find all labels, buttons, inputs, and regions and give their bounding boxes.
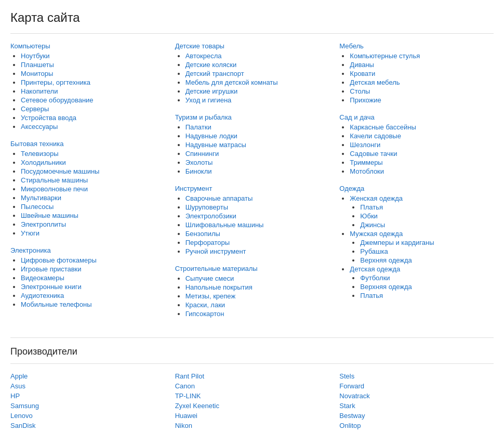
category-link[interactable]: Шезлонги bbox=[350, 141, 380, 149]
category-link[interactable]: Швейные машины bbox=[21, 212, 78, 219]
category-link[interactable]: Игровые приставки bbox=[21, 265, 82, 273]
category-link[interactable]: Утюги bbox=[21, 229, 39, 237]
category-title-link[interactable]: Туризм и рыбалка bbox=[175, 113, 232, 121]
category-link[interactable]: Детская одежда bbox=[350, 265, 400, 273]
manufacturer-link[interactable]: Rant Pilot bbox=[175, 372, 329, 380]
manufacturer-link[interactable]: Nikon bbox=[175, 422, 329, 429]
manufacturer-link[interactable]: Bestway bbox=[339, 412, 494, 420]
category-link[interactable]: Метизы, крепеж bbox=[185, 292, 235, 300]
category-link[interactable]: Принтеры, оргтехника bbox=[21, 79, 90, 86]
sub-category-link[interactable]: Платья bbox=[360, 203, 383, 211]
sub-category-link[interactable]: Джемперы и кардиганы bbox=[360, 239, 434, 246]
category-link[interactable]: Бензопилы bbox=[185, 230, 220, 238]
category-link[interactable]: Уход и гигиена bbox=[185, 96, 232, 104]
category-link[interactable]: Компьютерные стулья bbox=[350, 52, 420, 60]
manufacturer-link[interactable]: HP bbox=[10, 392, 165, 400]
category-link[interactable]: Электронные книги bbox=[21, 283, 82, 291]
category-link[interactable]: Мультиварки bbox=[21, 194, 61, 202]
category-link[interactable]: Устройства ввода bbox=[21, 114, 76, 122]
category-title-link[interactable]: Строительные материалы bbox=[175, 265, 258, 272]
manufacturer-link[interactable]: SanDisk bbox=[10, 422, 165, 429]
category-link[interactable]: Шлифовальные машины bbox=[185, 221, 264, 229]
category-link[interactable]: Телевизоры bbox=[21, 150, 59, 158]
category-link[interactable]: Эхолоты bbox=[185, 159, 213, 166]
category-link[interactable]: Диваны bbox=[350, 61, 374, 69]
category-link[interactable]: Автокресла bbox=[185, 52, 222, 60]
category-link[interactable]: Электроплиты bbox=[21, 220, 66, 228]
category-link[interactable]: Электролобзики bbox=[185, 212, 236, 220]
category-link[interactable]: Перфораторы bbox=[185, 239, 230, 246]
manufacturer-link[interactable]: Samsung bbox=[10, 402, 165, 410]
category-link[interactable]: Триммеры bbox=[350, 159, 382, 166]
category-link[interactable]: Качели садовые bbox=[350, 132, 401, 140]
category-link[interactable]: Спиннинги bbox=[185, 150, 219, 158]
category-link[interactable]: Надувные лодки bbox=[185, 132, 237, 140]
sub-category-link[interactable]: Верхняя одежда bbox=[360, 283, 412, 291]
category-link[interactable]: Гипсокартон bbox=[185, 310, 224, 318]
category-title-link[interactable]: Электроника bbox=[10, 246, 51, 254]
category-link[interactable]: Видеокамеры bbox=[21, 274, 64, 282]
category-title-link[interactable]: Одежда bbox=[339, 185, 364, 192]
category-link[interactable]: Столы bbox=[350, 87, 370, 95]
manufacturer-link[interactable]: Zyxel Keenetic bbox=[175, 402, 329, 410]
manufacturer-link[interactable]: Apple bbox=[10, 372, 165, 380]
category-title-link[interactable]: Компьютеры bbox=[10, 42, 50, 50]
manufacturer-link[interactable]: Lenovo bbox=[10, 412, 165, 420]
category-link[interactable]: Детская мебель bbox=[350, 79, 400, 86]
category-link[interactable]: Холодильники bbox=[21, 159, 66, 166]
category-title-link[interactable]: Сад и дача bbox=[339, 113, 374, 121]
sub-category-link[interactable]: Верхняя одежда bbox=[360, 256, 412, 264]
sub-category-link[interactable]: Юбки bbox=[360, 212, 378, 220]
category-link[interactable]: Кровати bbox=[350, 70, 375, 77]
category-link[interactable]: Женская одежда bbox=[350, 194, 403, 202]
category-link[interactable]: Серверы bbox=[21, 105, 49, 113]
category-title-link[interactable]: Бытовая техника bbox=[10, 140, 63, 148]
category-title-link[interactable]: Детские товары bbox=[175, 42, 224, 50]
category-link[interactable]: Детские коляски bbox=[185, 61, 237, 69]
category-link[interactable]: Прихожие bbox=[350, 96, 381, 104]
category-link[interactable]: Мобильные телефоны bbox=[21, 301, 92, 308]
category-link[interactable]: Шуруповерты bbox=[185, 203, 228, 211]
category-link[interactable]: Каркасные бассейны bbox=[350, 123, 416, 131]
category-link[interactable]: Микроволновые печи bbox=[21, 185, 88, 193]
category-link[interactable]: Сварочные аппараты bbox=[185, 194, 253, 202]
category-title-link[interactable]: Инструмент bbox=[175, 185, 213, 192]
category-link[interactable]: Краски, лаки bbox=[185, 301, 225, 309]
category-link[interactable]: Стиральные машины bbox=[21, 176, 88, 184]
manufacturer-link[interactable]: Forward bbox=[339, 382, 494, 390]
manufacturer-link[interactable]: Asus bbox=[10, 382, 165, 390]
category-link[interactable]: Ручной инструмент bbox=[185, 247, 246, 255]
manufacturer-link[interactable]: Novatrack bbox=[339, 392, 494, 400]
category-link[interactable]: Надувные матрасы bbox=[185, 141, 246, 149]
category-link[interactable]: Сыпучие смеси bbox=[185, 275, 234, 282]
category-link[interactable]: Мебель для детской комнаты bbox=[185, 79, 278, 86]
category-link[interactable]: Пылесосы bbox=[21, 203, 54, 211]
sub-category-link[interactable]: Джинсы bbox=[360, 221, 385, 229]
category-link[interactable]: Сетевое оборудование bbox=[21, 96, 94, 104]
category-link[interactable]: Напольные покрытия bbox=[185, 283, 253, 291]
manufacturer-link[interactable]: Onlitop bbox=[339, 422, 494, 429]
category-link[interactable]: Мотоблоки bbox=[350, 167, 384, 175]
category-link[interactable]: Садовые тачки bbox=[350, 150, 397, 158]
category-link[interactable]: Мониторы bbox=[21, 70, 53, 77]
manufacturer-link[interactable]: Stels bbox=[339, 372, 494, 380]
category-link[interactable]: Ноутбуки bbox=[21, 52, 50, 60]
manufacturer-link[interactable]: Canon bbox=[175, 382, 329, 390]
category-link[interactable]: Аудиотехника bbox=[21, 292, 64, 299]
manufacturer-link[interactable]: Stark bbox=[339, 402, 494, 410]
manufacturer-link[interactable]: TP-LINK bbox=[175, 392, 329, 400]
category-link[interactable]: Мужская одежда bbox=[350, 230, 403, 238]
sub-category-link[interactable]: Футболки bbox=[360, 274, 390, 282]
category-link[interactable]: Бинокли bbox=[185, 167, 212, 175]
sub-category-link[interactable]: Рубашка bbox=[360, 247, 388, 255]
category-link[interactable]: Планшеты bbox=[21, 61, 54, 69]
category-link[interactable]: Аксессуары bbox=[21, 123, 58, 130]
sub-category-link[interactable]: Платья bbox=[360, 292, 383, 299]
category-link[interactable]: Палатки bbox=[185, 123, 211, 131]
category-link[interactable]: Накопители bbox=[21, 87, 58, 95]
category-link[interactable]: Детские игрушки bbox=[185, 87, 238, 95]
category-title-link[interactable]: Мебель bbox=[339, 42, 364, 50]
category-link[interactable]: Детский транспорт bbox=[185, 70, 244, 77]
category-link[interactable]: Посудомоечные машины bbox=[21, 167, 99, 175]
category-link[interactable]: Цифровые фотокамеры bbox=[21, 256, 97, 264]
